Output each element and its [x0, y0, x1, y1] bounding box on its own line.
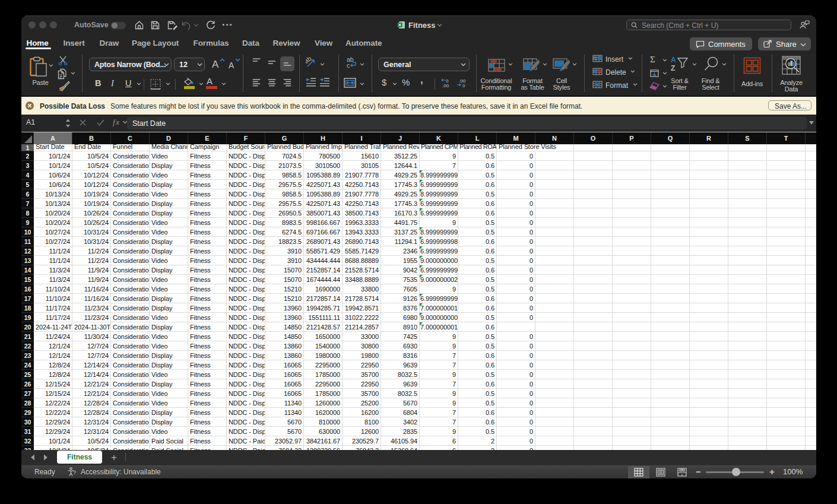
svg-text:0: 0 — [462, 83, 465, 88]
svg-text:c: c — [347, 62, 350, 68]
svg-text:Z: Z — [671, 64, 675, 72]
svg-text:A: A — [671, 56, 676, 64]
svg-text:ab: ab — [306, 57, 313, 65]
svg-text:.00: .00 — [442, 83, 449, 88]
svg-text:?: ? — [73, 470, 76, 476]
